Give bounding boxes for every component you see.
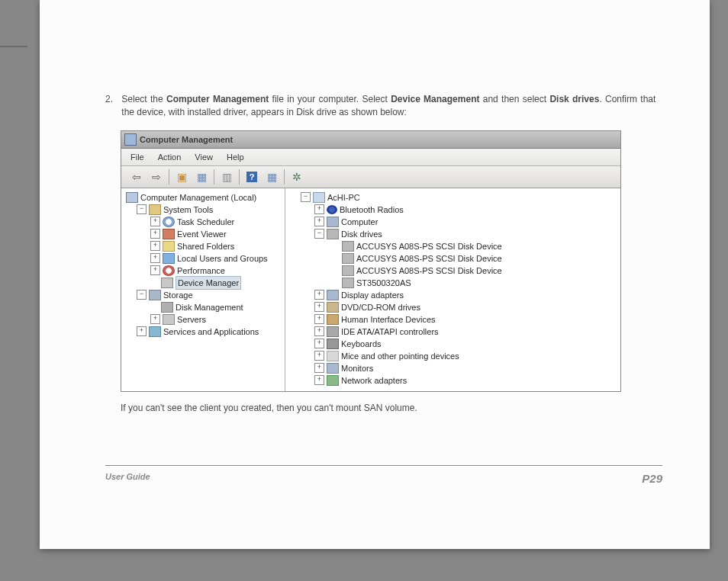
bluetooth-icon <box>327 205 337 214</box>
expand-icon[interactable]: + <box>150 217 160 226</box>
clock-icon <box>163 217 175 227</box>
device-mice[interactable]: +Mice and other pointing devices <box>287 350 619 362</box>
menu-view[interactable]: View <box>195 152 213 162</box>
back-button[interactable]: ⇦ <box>127 168 146 186</box>
device-root[interactable]: −AcHI-PC <box>287 191 619 204</box>
mouse-icon <box>327 351 339 361</box>
display-icon <box>327 290 339 300</box>
screenshot-window: Computer Management File Action View Hel… <box>121 130 621 392</box>
services-icon <box>149 326 161 337</box>
tree-root[interactable]: Computer Management (Local) <box>123 191 283 204</box>
app-icon <box>124 133 137 146</box>
collapse-icon[interactable]: − <box>137 204 147 214</box>
expand-icon[interactable]: + <box>314 302 324 312</box>
menubar: File Action View Help <box>121 149 620 166</box>
expand-icon[interactable]: + <box>314 363 324 373</box>
device-network[interactable]: +Network adapters <box>287 374 619 387</box>
device-bluetooth[interactable]: +Bluetooth Radios <box>287 204 619 216</box>
expand-icon[interactable]: + <box>150 229 160 239</box>
tree-storage[interactable]: −Storage <box>123 289 283 301</box>
tree-services-apps[interactable]: +Services and Applications <box>123 326 283 338</box>
show-hide-button[interactable]: ▦ <box>192 168 211 186</box>
expand-icon[interactable]: + <box>137 326 147 336</box>
tree-shared-folders[interactable]: +Shared Folders <box>123 240 283 252</box>
storage-icon <box>149 290 161 300</box>
expand-icon[interactable]: + <box>314 375 324 385</box>
expand-icon[interactable]: + <box>150 265 160 275</box>
tree-disk-management[interactable]: Disk Management <box>123 301 283 313</box>
toolbar: ⇦ ⇨ ▣ ▦ ▥ ? ▦ ✲ <box>121 166 620 188</box>
tree-local-users[interactable]: +Local Users and Groups <box>123 252 283 265</box>
menu-help[interactable]: Help <box>227 152 244 162</box>
collapse-icon[interactable]: − <box>137 290 147 300</box>
monitor-icon <box>327 217 339 227</box>
toolbar-separator <box>284 169 285 185</box>
device-dvd[interactable]: +DVD/CD-ROM drives <box>287 301 619 313</box>
expand-icon[interactable]: + <box>314 217 324 226</box>
toolbar-separator <box>214 169 214 185</box>
expand-icon[interactable]: + <box>314 351 324 361</box>
menu-file[interactable]: File <box>130 152 144 162</box>
device-ide[interactable]: +IDE ATA/ATAPI controllers <box>287 326 619 338</box>
help-button[interactable]: ? <box>243 168 261 186</box>
instruction-body: Select the Computer Management file in y… <box>121 93 656 120</box>
forward-button[interactable]: ⇨ <box>147 168 166 186</box>
content-area: 2. Select the Computer Management file i… <box>105 93 662 413</box>
device-icon <box>161 278 173 288</box>
instruction-text: 2. Select the Computer Management file i… <box>105 93 662 120</box>
event-icon <box>163 229 175 239</box>
view-button[interactable]: ▦ <box>263 168 281 186</box>
disk-device-3[interactable]: ACCUSYS A08S-PS SCSI Disk Device <box>287 265 619 277</box>
computer-icon <box>126 192 138 203</box>
footer-guide: User Guide <box>105 472 150 485</box>
refresh-button[interactable]: ✲ <box>288 168 306 186</box>
menu-action[interactable]: Action <box>158 152 182 162</box>
tree-device-manager[interactable]: Device Manager <box>123 277 283 289</box>
drive-icon <box>342 265 354 276</box>
toolbar-separator <box>239 169 240 185</box>
footer: User Guide P29 <box>105 465 662 485</box>
device-computer[interactable]: +Computer <box>287 216 619 228</box>
performance-icon <box>163 265 175 276</box>
disk-device-1[interactable]: ACCUSYS A08S-PS SCSI Disk Device <box>287 240 619 252</box>
device-disk-drives[interactable]: −Disk drives <box>287 228 619 240</box>
device-hid[interactable]: +Human Interface Devices <box>287 313 619 326</box>
collapse-icon[interactable]: − <box>314 229 324 239</box>
tree-system-tools[interactable]: −System Tools <box>123 204 283 216</box>
folder-icon <box>163 241 175 252</box>
titlebar: Computer Management <box>121 131 620 149</box>
expand-icon[interactable]: + <box>314 314 324 324</box>
drive-icon <box>342 253 354 264</box>
expand-icon[interactable]: + <box>150 314 160 324</box>
device-monitors[interactable]: +Monitors <box>287 362 619 374</box>
device-keyboards[interactable]: +Keyboards <box>287 338 619 350</box>
left-pane[interactable]: Computer Management (Local) −System Tool… <box>121 188 285 391</box>
right-pane[interactable]: −AcHI-PC +Bluetooth Radios +Computer −Di… <box>285 188 620 391</box>
tree-task-scheduler[interactable]: +Task Scheduler <box>123 216 283 228</box>
crop-mark-left <box>0 46 27 47</box>
expand-icon[interactable]: + <box>314 326 324 336</box>
disk-device-4[interactable]: ST3500320AS <box>287 277 619 289</box>
tools-icon <box>149 204 161 215</box>
expand-icon[interactable]: + <box>314 339 324 348</box>
users-icon <box>163 253 175 264</box>
expand-icon[interactable]: + <box>150 241 160 251</box>
disk-device-2[interactable]: ACCUSYS A08S-PS SCSI Disk Device <box>287 252 619 265</box>
device-display[interactable]: +Display adapters <box>287 289 619 301</box>
properties-button[interactable]: ▥ <box>217 168 236 186</box>
expand-icon[interactable]: + <box>314 204 324 214</box>
drive-icon <box>342 241 354 252</box>
pc-icon <box>313 192 325 203</box>
toolbar-separator <box>169 169 169 185</box>
expand-icon[interactable]: + <box>150 253 160 263</box>
tree-servers[interactable]: +Servers <box>123 313 283 326</box>
collapse-icon[interactable]: − <box>301 192 311 202</box>
list-number: 2. <box>105 93 119 106</box>
server-icon <box>163 314 175 325</box>
expand-icon[interactable]: + <box>314 290 324 300</box>
up-button[interactable]: ▣ <box>172 168 191 186</box>
window-title: Computer Management <box>140 135 233 144</box>
tree-performance[interactable]: +Performance <box>123 265 283 277</box>
keyboard-icon <box>327 339 339 349</box>
tree-event-viewer[interactable]: +Event Viewer <box>123 228 283 240</box>
